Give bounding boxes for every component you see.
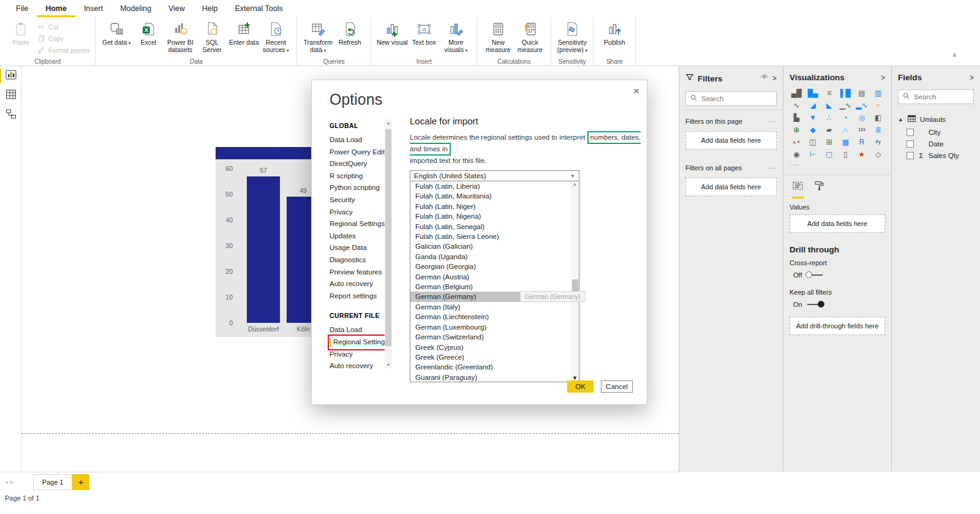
nav-item[interactable]: Regional Settings [330,336,386,349]
collapse-pane-icon[interactable]: > [881,74,885,82]
nav-item[interactable]: Report settings [330,290,386,303]
nav-item[interactable]: Auto recovery [330,360,386,372]
keep-all-filters-toggle[interactable] [807,304,823,305]
visual-icon-kpi[interactable]: ▲▼ [788,136,805,148]
cancel-button[interactable]: Cancel [601,380,633,393]
nav-item[interactable]: Usage Data [330,242,386,254]
paste-button[interactable]: Paste [5,20,37,46]
chevron-up-icon[interactable]: ▲ [898,116,903,123]
page-tab[interactable]: Page 1 [33,474,72,490]
locale-option[interactable]: Fulah (Latin, Nigeria) [410,211,579,221]
visual-icon-stacked-area-chart[interactable]: ◣ [821,99,837,111]
scroll-up-icon[interactable]: ▲ [385,121,392,125]
scroll-thumb[interactable] [385,129,391,346]
format-painter-button[interactable]: Format painter [37,45,90,55]
visual-icon-card[interactable]: 123 [854,124,870,135]
cut-button[interactable]: ✂Cut [37,22,90,32]
report-view-button[interactable] [0,66,21,86]
locale-option[interactable]: Galician (Galician) [410,241,579,251]
field-checkbox[interactable] [907,129,914,136]
ok-button[interactable]: OK [567,380,594,393]
visual-icon-scatter-chart[interactable]: ∴ [821,111,837,123]
visual-icon-line-and-clustered-column-chart[interactable]: ▂∿ [854,99,870,111]
values-dropzone[interactable]: Add data fields here [790,214,885,233]
nav-item[interactable]: Privacy [330,206,386,219]
visual-icon-donut-chart[interactable]: ◎ [854,111,870,123]
filters-search[interactable] [685,91,777,106]
visual-icon-clustered-column-chart[interactable]: ▌█ [837,87,854,99]
locale-option[interactable]: Fulah (Latin, Sierra Leone) [410,232,579,241]
ribbon-button-sensitivity[interactable]: Sensitivity (preview) [556,20,588,53]
visual-icon-clustered-bar-chart[interactable]: ≡ [821,87,837,99]
menu-tab[interactable]: Insert [75,1,111,17]
more-options-icon[interactable]: ··· [768,164,777,172]
next-page-icon[interactable]: ▸ [10,478,13,485]
prev-page-icon[interactable]: ◂ [5,478,8,485]
nav-item[interactable]: Power Query Editor [330,146,386,159]
visual-icon-filled-map[interactable]: ◆ [805,124,821,135]
nav-item[interactable]: R scripting [330,170,386,183]
field-row[interactable]: Σ Sales Qty [892,149,980,161]
visual-icon-python-visual[interactable]: Py [870,136,886,148]
nav-item[interactable]: Data Load [330,134,386,146]
collapse-pane-icon[interactable]: > [970,74,974,82]
locale-option[interactable]: Greek (Greece) [410,352,579,362]
field-checkbox[interactable] [907,140,914,148]
nav-item[interactable]: Privacy [330,349,386,361]
menu-tab[interactable]: Help [194,1,227,17]
visual-icon-power-apps[interactable]: ◇ [870,148,886,160]
locale-option[interactable]: Fulah (Latin, Niger) [410,202,579,211]
field-row[interactable]: City [892,126,980,137]
nav-scrollbar[interactable]: ▲ ▼ [385,119,392,368]
locale-option[interactable]: Fulah (Latin, Mauritania) [410,191,579,201]
ribbon-button-transform-data[interactable]: Transform data [302,20,334,53]
model-view-button[interactable] [0,105,21,125]
locale-option[interactable]: German (Switzerland) [410,332,579,342]
ribbon-button-new-measure[interactable]: New measure [482,20,514,53]
visual-icon-r-script-visual[interactable]: R [854,136,870,148]
scroll-down-icon[interactable]: ▼ [385,363,392,367]
search-input[interactable] [914,93,970,100]
nav-item[interactable]: Data Load [330,324,386,336]
tab-format[interactable] [813,180,825,198]
nav-item[interactable]: Python scripting [330,182,386,194]
table-umlauts[interactable]: ▲ Umlauts [892,108,980,126]
locale-option[interactable]: German (Luxembourg) [410,322,579,332]
ribbon-button-sql-server[interactable]: SQL Server [196,20,228,53]
filters-all-pages-dropzone[interactable]: Add data fields here [685,178,777,196]
locale-option[interactable]: German (Italy) [410,302,579,312]
nav-item[interactable]: Updates [330,230,386,243]
filters-page-dropzone[interactable]: Add data fields here [685,131,777,149]
field-row[interactable]: Date [892,137,980,149]
nav-item[interactable]: DirectQuery [330,158,386,170]
visual-icon-shape-map[interactable]: ▰ [821,124,837,135]
more-visuals-icon[interactable]: ··· [783,160,891,172]
locale-option[interactable]: Greenlandic (Greenland) [410,362,579,372]
locale-option[interactable]: Fulah (Latin, Senegal) [410,222,579,232]
menu-tab[interactable]: File [7,1,37,17]
visual-icon-treemap[interactable]: ◧ [870,111,886,123]
visual-icon-matrix[interactable]: ▦ [837,136,854,148]
menu-tab[interactable]: View [160,1,194,17]
fields-search[interactable] [898,89,974,104]
data-view-button[interactable] [0,86,21,105]
ribbon-button-power-bi-datasets[interactable]: Power BI datasets [164,20,196,53]
copy-button[interactable]: Copy [37,34,90,43]
nav-item[interactable]: Preview features [330,266,386,279]
visual-icon-funnel-chart[interactable]: ▼ [805,111,821,123]
nav-item[interactable]: Security [330,194,386,206]
visual-icon-area-chart[interactable]: ◢ [805,99,821,111]
new-page-button[interactable]: + [72,474,89,490]
locale-option[interactable]: Ganda (Uganda) [410,252,579,262]
locale-option[interactable]: Georgian (Georgia) [410,262,579,271]
locale-option[interactable]: Greek (Cyprus) [410,342,579,352]
ribbon-button-enter-data[interactable]: Enter data [228,20,260,53]
collapse-pane-icon[interactable]: > [772,74,777,83]
menu-tab[interactable]: Home [37,1,75,17]
nav-item[interactable]: Diagnostics [330,254,386,266]
ribbon-button-excel[interactable]: X Excel [132,20,164,53]
visual-icon-stacked-bar-chart[interactable]: ▄█ [788,87,805,99]
visual-icon-stacked-column-chart[interactable]: █▄ [805,87,821,99]
nav-item[interactable]: Regional Settings [330,218,386,230]
search-input[interactable] [701,95,772,102]
